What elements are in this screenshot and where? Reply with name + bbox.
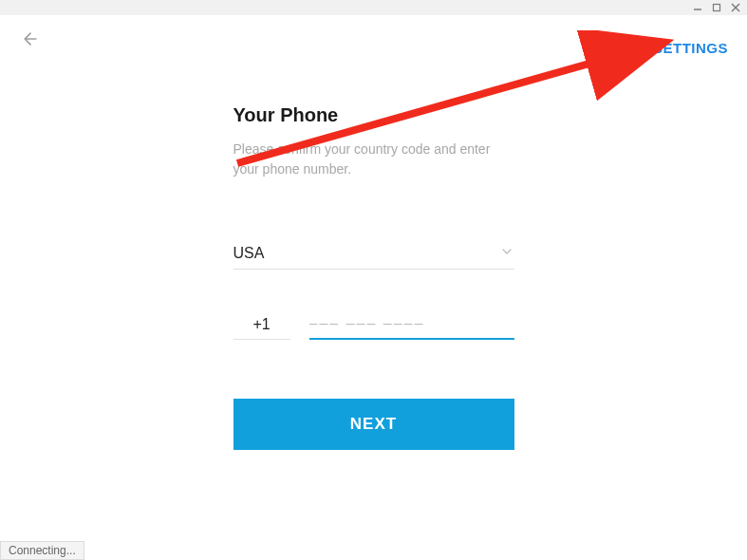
phone-number-input[interactable]: [309, 309, 514, 340]
next-button[interactable]: NEXT: [233, 399, 514, 450]
main-content: Your Phone Please confirm your country c…: [233, 104, 514, 450]
back-button[interactable]: [19, 28, 42, 50]
country-selector[interactable]: USA: [233, 238, 514, 270]
window-titlebar: [0, 0, 747, 15]
settings-link[interactable]: SETTINGS: [653, 40, 728, 56]
close-icon[interactable]: [730, 2, 741, 13]
phone-input-row: [233, 309, 514, 340]
country-name: USA: [233, 245, 265, 262]
minimize-icon[interactable]: [692, 2, 703, 13]
svg-rect-1: [714, 5, 720, 11]
page-title: Your Phone: [233, 104, 514, 126]
topbar: SETTINGS: [0, 15, 747, 63]
status-bar: Connecting...: [0, 541, 84, 560]
maximize-icon[interactable]: [711, 2, 722, 13]
page-subtitle: Please confirm your country code and ent…: [233, 140, 514, 179]
chevron-down-icon: [499, 244, 514, 263]
country-code-input[interactable]: [233, 310, 290, 340]
